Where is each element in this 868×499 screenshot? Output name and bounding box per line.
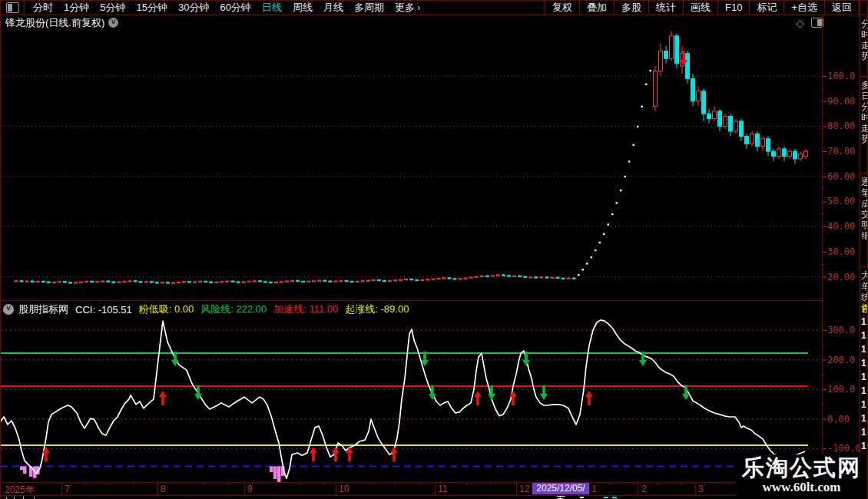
action-画线[interactable]: 画线 <box>683 0 717 15</box>
plot-right-boundary <box>822 15 823 496</box>
panel-divider <box>0 300 822 301</box>
main-axis-label-100: 100.0 <box>827 71 863 81</box>
strip-quote-row: 1 <box>861 358 866 368</box>
main-axis-label-30: 30.00 <box>827 246 863 257</box>
date-grid-line <box>638 482 638 495</box>
action-menu: 复权叠加多股统计画线F10标记+自选返回 <box>545 0 860 15</box>
action-复权[interactable]: 复权 <box>545 0 579 15</box>
date-grid-line <box>336 482 336 495</box>
date-label-8: 8 <box>161 484 166 494</box>
indicator-field: 粉低吸: 0.00 <box>139 302 194 316</box>
date-label-10: 10 <box>339 484 349 494</box>
strip-quote-row: 1 <box>861 330 866 341</box>
period-tab-15分钟[interactable]: 15分钟 <box>131 0 172 15</box>
action-返回[interactable]: 返回 <box>824 0 860 15</box>
stock-title: 锋龙股份(日线.前复权) <box>5 16 104 30</box>
period-tab-多周期[interactable]: 多周期 <box>349 0 389 15</box>
top-menu-bar: 分时1分钟5分钟15分钟30分钟60分钟日线周线月线多周期更多 › 复权叠加多股… <box>0 0 868 15</box>
strip-quote-row: 1 <box>861 427 866 438</box>
chart-canvas <box>0 0 868 499</box>
cci-axis-label-200: 200.0 <box>827 355 863 365</box>
strip-quote-row: 1 <box>861 316 866 327</box>
strip-quote-row: 1 <box>861 399 866 410</box>
indicator-field: 起涨线: -89.00 <box>345 302 409 316</box>
period-tab-1分钟[interactable]: 1分钟 <box>58 0 94 15</box>
main-axis-label-70: 70.00 <box>827 146 863 157</box>
period-tab-日线[interactable]: 日线 <box>257 0 287 15</box>
main-axis-label-80: 80.00 <box>827 121 863 131</box>
indicator-field: 风险线: 222.00 <box>200 302 267 316</box>
date-axis-bottom <box>0 495 822 496</box>
date-label-9: 9 <box>247 484 253 494</box>
strip-quote-row: 1 <box>861 344 866 355</box>
bottom-mark <box>604 497 608 498</box>
date-label-11: 11 <box>438 484 447 494</box>
cci-axis-label-300: 300.0 <box>827 325 863 335</box>
period-tab-5分钟[interactable]: 5分钟 <box>94 0 131 15</box>
current-date-highlight: 2025/12/05/五 <box>532 483 589 494</box>
action-统计[interactable]: 统计 <box>648 0 683 15</box>
bottom-mark <box>580 497 584 498</box>
watermark: 乐淘公式网 www.60lt.com <box>736 454 867 497</box>
indicator-field: 加速线: 111.00 <box>273 302 338 316</box>
main-axis-label-50: 50.00 <box>827 196 863 207</box>
date-grid-line <box>435 482 436 495</box>
strip-quote-row: 1 <box>861 413 866 424</box>
action-多股[interactable]: 多股 <box>614 0 648 15</box>
layout-toggle-icon[interactable] <box>6 2 19 13</box>
title-bar: 锋龙股份(日线.前复权) ˅ <box>5 16 118 29</box>
indicator-source[interactable]: 股朋指标网 <box>18 302 68 316</box>
date-grid-line <box>695 482 696 495</box>
trading-app-window: { "top_menu": { "items": [ {"label":"分时"… <box>0 0 868 499</box>
date-grid-line <box>157 482 158 495</box>
date-label-3: 3 <box>698 484 704 494</box>
diamond-icon[interactable]: ◇ <box>796 17 804 29</box>
date-grid-line <box>516 482 517 495</box>
date-label-2: 2 <box>641 484 647 494</box>
period-tab-周线[interactable]: 周线 <box>287 0 318 15</box>
indicator-header: ˅ 股朋指标网 CCI: -105.51 粉低吸: 0.00风险线: 222.0… <box>3 302 416 316</box>
action-标记[interactable]: 标记 <box>749 0 784 15</box>
action-+自选[interactable]: +自选 <box>784 0 824 15</box>
bottom-mark <box>612 497 617 498</box>
collapse-indicator-icon[interactable]: ˅ <box>3 304 14 315</box>
strip-left-boundary <box>860 0 860 496</box>
date-label-7: 7 <box>65 484 70 494</box>
strip-quote-row: 1 <box>861 385 866 396</box>
period-menu: 分时1分钟5分钟15分钟30分钟60分钟日线周线月线多周期更多 › <box>24 0 430 15</box>
cci-value: CCI: -105.51 <box>75 304 132 316</box>
menu-divider <box>0 15 868 15</box>
strip-quote-row: 1 <box>861 372 866 382</box>
period-tab-60分钟[interactable]: 60分钟 <box>214 0 256 15</box>
date-label-12: 12 <box>519 484 529 494</box>
watermark-url: www.60lt.com <box>742 480 861 495</box>
indicator-fields: 粉低吸: 0.00风险线: 222.00加速线: 111.00起涨线: -89.… <box>139 302 416 316</box>
cci-axis-label--100: -100.0 <box>827 443 863 454</box>
watermark-title: 乐淘公式网 <box>742 456 861 480</box>
date-axis-top <box>0 482 822 483</box>
period-tab-分时[interactable]: 分时 <box>28 0 58 15</box>
date-label-1: 1 <box>591 484 597 494</box>
main-axis-label-40: 40.00 <box>827 221 863 232</box>
date-grid-line <box>244 482 245 495</box>
main-axis-label-90: 90.00 <box>827 96 863 107</box>
strip-quote-row: 1 <box>861 441 866 451</box>
action-叠加[interactable]: 叠加 <box>579 0 614 15</box>
cci-axis-label-100: 100.0 <box>827 384 863 395</box>
period-tab-更多[interactable]: 更多 › <box>389 0 430 15</box>
date-axis: 2025年7891011121232025/12/05/五 <box>0 482 822 496</box>
main-axis-label-20: 20.00 <box>827 272 863 283</box>
action-F10[interactable]: F10 <box>717 0 749 15</box>
period-tab-30分钟[interactable]: 30分钟 <box>173 0 214 15</box>
window-border-left <box>0 0 1 499</box>
window-border-top <box>0 0 868 1</box>
period-tab-月线[interactable]: 月线 <box>318 0 349 15</box>
main-axis-label-60: 60.00 <box>827 171 863 182</box>
chevron-down-circle-icon[interactable]: ˅ <box>108 18 118 28</box>
cci-axis-label-0: 0.00 <box>827 414 863 425</box>
